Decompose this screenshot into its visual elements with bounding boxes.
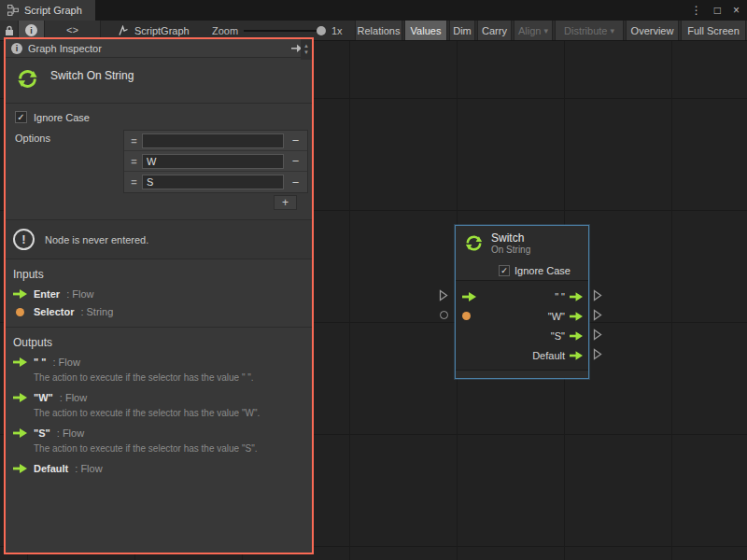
output-connector-triangle-icon[interactable] (593, 329, 602, 341)
port-type: : Flow (53, 357, 80, 368)
relations-button[interactable]: Relations (355, 21, 402, 40)
port-type: : Flow (75, 463, 102, 474)
flow-arrow-icon (570, 331, 583, 341)
option-item: = − (124, 151, 307, 172)
input-connector-triangle-icon[interactable] (439, 289, 448, 301)
window-menu-icon[interactable]: ⋮ (691, 4, 702, 17)
node-port-row: Default (456, 345, 588, 365)
window-titlebar: Script Graph ⋮ □ × (0, 0, 747, 21)
port-name: Enter (34, 288, 60, 300)
drag-handle-icon[interactable]: = (126, 135, 142, 147)
zoom-slider-knob[interactable] (317, 26, 326, 35)
window-close-icon[interactable]: × (733, 4, 740, 17)
ignore-case-row: ✓ Ignore Case (6, 104, 312, 127)
switch-icon (463, 232, 485, 254)
node-subtitle: On String (491, 245, 530, 256)
selector-port[interactable] (462, 312, 471, 320)
output-connector-triangle-icon[interactable] (593, 348, 602, 360)
warning-text: Node is never entered. (45, 234, 148, 245)
graph-inspector-panel: i Graph Inspector ▲ ▼ Switch On String ✓… (4, 37, 314, 554)
option-value-input[interactable] (142, 175, 284, 189)
flow-arrow-icon (13, 357, 27, 367)
node-ignore-case-checkbox[interactable]: ✓ (499, 265, 510, 276)
node-ports: " " "W" "S" Default (456, 280, 588, 370)
scroll-down-icon[interactable]: ▼ (303, 49, 309, 56)
remove-option-button[interactable]: − (284, 175, 307, 189)
port-name: Selector (34, 306, 74, 317)
option-item: = − (124, 131, 307, 151)
flow-arrow-icon (13, 464, 27, 473)
drag-handle-icon[interactable]: = (126, 156, 142, 167)
output-port-s[interactable]: "S" (551, 330, 588, 342)
output-port-label: "W" (548, 311, 565, 322)
warning-icon: ! (13, 229, 35, 250)
full-screen-button[interactable]: Full Screen (681, 21, 746, 40)
flow-arrow-icon (570, 292, 583, 301)
flow-arrow-icon (462, 292, 476, 301)
distribute-button[interactable]: Distribute▾ (555, 21, 624, 40)
node-port-row: "S" (456, 326, 588, 345)
enter-port[interactable] (462, 292, 476, 301)
output-port-w[interactable]: "W" (548, 311, 588, 322)
output-port-row: "S" : Flow (6, 425, 312, 442)
output-port-row: " " : Flow (6, 354, 312, 371)
script-graph-icon (7, 5, 19, 16)
graph-breadcrumb-icon (118, 25, 129, 36)
port-type: : String (80, 306, 113, 317)
warning-banner: ! Node is never entered. (6, 219, 312, 259)
panel-scroll-arrows[interactable]: ▲ ▼ (301, 39, 312, 60)
output-connector-triangle-icon[interactable] (593, 309, 602, 321)
switch-on-string-node[interactable]: Switch On String ✓ Ignore Case " " " (455, 225, 589, 379)
align-label: Align (518, 25, 541, 36)
remove-option-button[interactable]: − (284, 154, 307, 168)
options-row: Options = − = − = − (6, 127, 312, 219)
node-port-row: "W" (456, 306, 588, 326)
port-name: "S" (34, 427, 50, 439)
option-value-input[interactable] (142, 133, 284, 148)
options-list: = − = − = − (123, 130, 308, 193)
option-item: = − (124, 172, 307, 192)
add-option-button[interactable]: + (274, 195, 297, 210)
ignore-case-label: Ignore Case (34, 112, 90, 123)
ignore-case-checkbox[interactable]: ✓ (15, 111, 27, 123)
window-maximize-icon[interactable]: □ (714, 4, 721, 17)
dim-button[interactable]: Dim (449, 21, 475, 40)
string-port-icon (462, 312, 471, 320)
input-port-row: Selector : String (6, 303, 312, 321)
node-ignore-case-row: ✓ Ignore Case (456, 261, 588, 280)
output-port-space[interactable]: " " (555, 291, 588, 302)
option-value-input[interactable] (142, 154, 284, 169)
overview-button[interactable]: Overview (626, 21, 679, 40)
port-description: The action to execute if the selector ha… (6, 371, 312, 389)
node-port-row: " " (456, 287, 588, 306)
port-type: : Flow (66, 288, 93, 300)
output-port-row: Default : Flow (6, 460, 312, 478)
port-type: : Flow (57, 427, 84, 439)
node-title-block: Switch On String (6, 58, 312, 103)
values-button[interactable]: Values (404, 21, 447, 40)
scroll-up-icon[interactable]: ▲ (303, 43, 309, 49)
input-port-row: Enter : Flow (6, 286, 312, 303)
port-type: : Flow (60, 392, 87, 403)
string-port-icon (16, 308, 24, 316)
outputs-section-title: Outputs (6, 327, 312, 354)
output-port-label: "S" (551, 330, 565, 342)
inspected-node-title: Switch On String (50, 69, 134, 82)
tab-label: Script Graph (24, 5, 82, 16)
carry-button[interactable]: Carry (477, 21, 512, 40)
flow-arrow-icon (13, 428, 27, 438)
inspector-header[interactable]: i Graph Inspector ▲ ▼ (6, 39, 312, 58)
drag-handle-icon[interactable]: = (126, 176, 142, 188)
zoom-slider[interactable] (244, 30, 326, 32)
output-port-default[interactable]: Default (532, 350, 588, 361)
flow-arrow-icon (13, 393, 27, 402)
input-connector-circle-icon[interactable] (440, 311, 448, 319)
align-button[interactable]: Align▾ (514, 21, 553, 40)
tab-script-graph[interactable]: Script Graph (0, 0, 95, 21)
node-title: Switch (491, 232, 530, 245)
remove-option-button[interactable]: − (284, 133, 307, 147)
output-connector-triangle-icon[interactable] (593, 289, 602, 301)
zoom-value: 1x (331, 21, 343, 40)
output-port-label: Default (532, 350, 565, 361)
flow-arrow-icon (13, 289, 27, 299)
